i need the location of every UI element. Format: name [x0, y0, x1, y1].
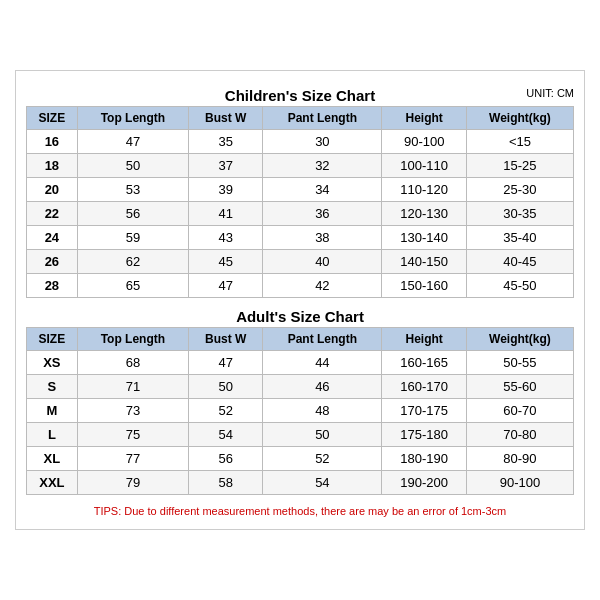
table-row: XS684744160-16550-55: [27, 351, 574, 375]
col-bust-w-adult: Bust W: [189, 328, 263, 351]
unit-label: UNIT: CM: [526, 87, 574, 99]
size-chart-container: Children's Size Chart UNIT: CM SIZE Top …: [15, 70, 585, 530]
col-height-adult: Height: [382, 328, 467, 351]
adult-header-row: SIZE Top Length Bust W Pant Length Heigh…: [27, 328, 574, 351]
col-top-length-adult: Top Length: [77, 328, 188, 351]
col-pant-length-adult: Pant Length: [263, 328, 382, 351]
col-weight-adult: Weight(kg): [466, 328, 573, 351]
children-header-row: SIZE Top Length Bust W Pant Length Heigh…: [27, 107, 574, 130]
children-chart-title: Children's Size Chart UNIT: CM: [26, 81, 574, 106]
adult-chart-title: Adult's Size Chart: [26, 302, 574, 327]
adult-size-table: SIZE Top Length Bust W Pant Length Heigh…: [26, 327, 574, 495]
table-row: 18503732100-11015-25: [27, 154, 574, 178]
col-height: Height: [382, 107, 467, 130]
table-row: XXL795854190-20090-100: [27, 471, 574, 495]
table-row: 22564136120-13030-35: [27, 202, 574, 226]
table-row: L755450175-18070-80: [27, 423, 574, 447]
tips-text: TIPS: Due to different measurement metho…: [26, 499, 574, 519]
adult-title-text: Adult's Size Chart: [236, 308, 364, 325]
col-top-length: Top Length: [77, 107, 188, 130]
table-row: XL775652180-19080-90: [27, 447, 574, 471]
children-size-table: SIZE Top Length Bust W Pant Length Heigh…: [26, 106, 574, 298]
table-row: 1647353090-100<15: [27, 130, 574, 154]
table-row: 20533934110-12025-30: [27, 178, 574, 202]
col-pant-length: Pant Length: [263, 107, 382, 130]
children-table-body: 1647353090-100<1518503732100-11015-25205…: [27, 130, 574, 298]
col-size: SIZE: [27, 107, 78, 130]
table-row: M735248170-17560-70: [27, 399, 574, 423]
table-row: S715046160-17055-60: [27, 375, 574, 399]
children-title-text: Children's Size Chart: [225, 87, 375, 104]
col-size-adult: SIZE: [27, 328, 78, 351]
col-bust-w: Bust W: [189, 107, 263, 130]
col-weight: Weight(kg): [466, 107, 573, 130]
table-row: 28654742150-16045-50: [27, 274, 574, 298]
table-row: 26624540140-15040-45: [27, 250, 574, 274]
table-row: 24594338130-14035-40: [27, 226, 574, 250]
adult-table-body: XS684744160-16550-55S715046160-17055-60M…: [27, 351, 574, 495]
